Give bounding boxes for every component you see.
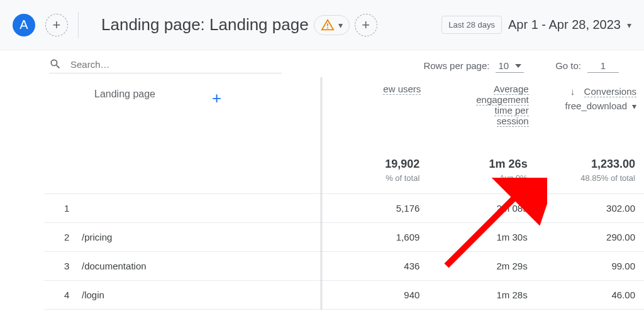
chevron-down-icon: ▾ [338,20,343,30]
table: Landing page + ew users Average engageme… [44,77,644,310]
row-conversions: 46.00 [536,290,644,300]
dimension-label: Landing page [94,89,155,100]
row-index: 4 [44,290,82,300]
warning-pill[interactable]: ▾ [314,15,350,35]
row-index: 3 [44,261,82,271]
top-bar: A + Landing page: Landing page ▾ + Last … [0,0,644,50]
row-landing-page: /login [82,290,277,300]
svg-point-1 [327,27,328,28]
chevron-down-icon[interactable]: ▾ [627,20,631,30]
row-conversions: 99.00 [536,261,644,271]
add-dimension-button[interactable]: + [212,89,221,108]
table-row[interactable]: 3 /documentation 436 2m 29s 99.00 [44,252,644,281]
goto-label: Go to: [555,60,581,71]
dimension-header: Landing page + [44,77,277,153]
row-landing-page: /documentation [82,261,277,271]
summary-row: 19,902% of total 1m 26sAvg 0% 1,233.0048… [44,153,644,194]
frozen-column-divider [321,77,321,310]
table-header-row: Landing page + ew users Average engageme… [44,77,644,153]
report-content: Rows per page: 10 Go to: 1 Landing page … [0,50,644,310]
summary-conversions: 1,233.0048.85% of total [536,158,644,183]
search-icon [49,58,62,70]
summary-engagement: 1m 26sAvg 0% [428,158,536,183]
row-conversions: 290.00 [536,232,644,242]
conversion-event-select[interactable]: free_download▾ [565,100,636,111]
page-title: Landing page: Landing page [101,15,309,35]
row-users: 940 [321,290,428,300]
row-users: 436 [321,261,428,271]
table-row[interactable]: 1 5,176 2m 08s 302.00 [44,194,644,223]
pager: Rows per page: 10 Go to: 1 [423,59,619,73]
add-segment-button[interactable]: + [45,14,68,36]
date-controls: Last 28 days Apr 1 - Apr 28, 2023 ▾ [441,16,631,34]
table-row[interactable]: 2 /pricing 1,609 1m 30s 290.00 [44,223,644,252]
divider [78,12,79,38]
sort-down-icon: ↓ [570,86,575,97]
row-engagement: 2m 08s [428,203,536,214]
date-range-picker[interactable]: Apr 1 - Apr 28, 2023 [508,18,621,32]
row-index: 1 [44,203,82,214]
column-header-engagement[interactable]: Average engagement time per session [428,77,536,153]
title-wrap: Landing page: Landing page ▾ + [101,14,377,36]
search-input[interactable] [70,59,282,70]
row-engagement: 2m 29s [428,261,536,271]
add-comparison-button[interactable]: + [355,14,377,36]
table-row[interactable]: 4 /login 940 1m 28s 46.00 [44,281,644,310]
date-preset-pill[interactable]: Last 28 days [441,16,502,34]
chevron-down-icon: ▾ [632,101,636,111]
column-header-conversions[interactable]: ↓ Conversions free_download▾ [536,77,644,153]
row-landing-page: /pricing [82,232,277,242]
goto-input[interactable]: 1 [587,59,619,73]
summary-users: 19,902% of total [321,158,428,183]
row-conversions: 302.00 [536,203,644,214]
rows-per-page-select[interactable]: 10 [496,59,524,73]
row-users: 5,176 [321,203,428,214]
table-controls: Rows per page: 10 Go to: 1 [44,50,644,77]
column-header-users[interactable]: ew users [321,77,428,153]
avatar[interactable]: A [13,14,35,36]
search-area [49,58,282,73]
rows-per-page-label: Rows per page: [423,60,489,71]
row-users: 1,609 [321,232,428,242]
row-engagement: 1m 30s [428,232,536,242]
warning-icon [321,18,335,32]
row-index: 2 [44,232,82,242]
row-engagement: 1m 28s [428,290,536,300]
